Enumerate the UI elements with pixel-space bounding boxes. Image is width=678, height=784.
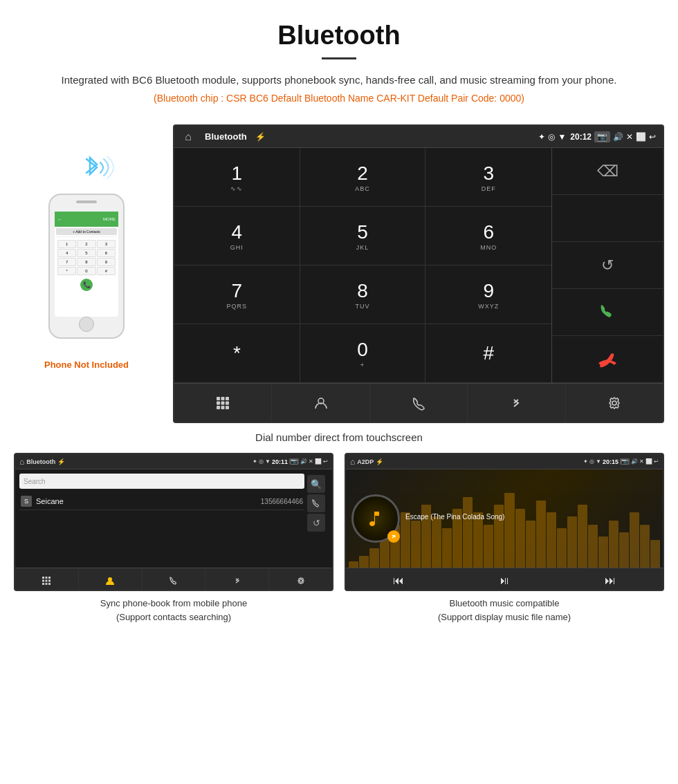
close-icon[interactable]: ✕ <box>626 132 633 142</box>
dial-key-alpha: GHI <box>230 244 244 251</box>
dial-key-0[interactable]: 0+ <box>300 324 426 383</box>
svg-rect-8 <box>226 406 229 409</box>
status-right: ✦ ◎ ▼ 20:12 📷 🔊 ✕ ⬜ ↩ <box>538 131 656 142</box>
backspace-button[interactable]: ⌫ <box>552 148 663 195</box>
empty-action-1 <box>552 195 663 242</box>
pb-time: 20:11 <box>272 458 288 465</box>
music-sig-icon: ▼ <box>596 458 601 465</box>
phonebook-screen: ⌂ Bluetooth ⚡ ✦ ◎ ▼ 20:11 📷 🔊 ✕ ⬜ ↩ <box>14 453 333 591</box>
music-close[interactable]: ✕ <box>639 458 644 465</box>
call-button[interactable] <box>552 289 663 336</box>
dial-key-#[interactable]: # <box>425 324 551 383</box>
svg-rect-19 <box>48 583 51 585</box>
usb-icon: ⚡ <box>255 132 266 142</box>
call-side-icon[interactable] <box>307 494 325 512</box>
phonebook-sidebar: 🔍 ↺ <box>307 474 328 563</box>
svg-point-10 <box>612 401 616 405</box>
music-content: Escape (The Pina Colada Song) <box>346 469 663 568</box>
svg-rect-14 <box>42 579 44 581</box>
contact-number: 13566664466 <box>261 498 303 505</box>
contact-name: Seicane <box>36 497 261 505</box>
dial-key-num: 0 <box>357 339 368 361</box>
nav-call-log[interactable] <box>370 384 468 422</box>
screen-icon[interactable]: ⬜ <box>636 132 646 142</box>
pb-close[interactable]: ✕ <box>309 458 313 465</box>
dial-key-8[interactable]: 8TUV <box>300 265 426 324</box>
prev-track-button[interactable]: ⏮ <box>393 575 404 587</box>
music-caption: Bluetooth music compatible (Support disp… <box>345 597 664 624</box>
phonebook-main: Search S Seicane 13566664466 <box>19 474 304 563</box>
nav-settings[interactable] <box>566 384 663 422</box>
dial-key-num: 8 <box>357 280 368 302</box>
bluetooth-waves <box>66 152 107 187</box>
pb-sig-icon: ▼ <box>265 458 271 465</box>
car-status-bar: ⌂ Bluetooth ⚡ ✦ ◎ ▼ 20:12 📷 🔊 ✕ ⬜ ↩ <box>174 126 663 148</box>
contact-avatar: S <box>21 496 32 507</box>
end-call-button[interactable] <box>552 336 663 383</box>
nav-contacts[interactable] <box>272 384 369 422</box>
dial-key-alpha: MNO <box>480 244 497 251</box>
nav-dialpad[interactable] <box>174 384 272 422</box>
bt-icon: ✦ <box>538 132 545 142</box>
dial-caption: Dial number direct from touchscreen <box>0 431 678 443</box>
dial-key-7[interactable]: 7PQRS <box>174 265 300 324</box>
play-pause-button[interactable]: ⏯ <box>499 575 510 587</box>
pb-win[interactable]: ⬜ <box>315 458 322 465</box>
dial-key-5[interactable]: 5JKL <box>300 207 426 265</box>
music-back[interactable]: ↩ <box>654 458 659 465</box>
nav-bluetooth[interactable] <box>468 384 565 422</box>
music-home-icon[interactable]: ⌂ <box>350 457 355 467</box>
pb-nav-call[interactable] <box>143 568 206 591</box>
bottom-screens: ⌂ Bluetooth ⚡ ✦ ◎ ▼ 20:11 📷 🔊 ✕ ⬜ ↩ <box>0 453 678 624</box>
music-screen: ⌂ A2DP ⚡ ✦ ◎ ▼ 20:15 📷 🔊 ✕ ⬜ ↩ <box>345 453 664 591</box>
dial-key-4[interactable]: 4GHI <box>174 207 300 265</box>
pb-nav-dialpad[interactable] <box>15 568 79 591</box>
car-dial-screen: ⌂ Bluetooth ⚡ ✦ ◎ ▼ 20:12 📷 🔊 ✕ ⬜ ↩ 1∿∿2… <box>173 124 664 423</box>
svg-rect-0 <box>217 397 220 400</box>
pb-nav-settings[interactable] <box>269 568 332 591</box>
dial-key-alpha: ABC <box>355 185 370 192</box>
title-divider <box>322 57 356 59</box>
dial-key-num: # <box>483 342 494 364</box>
svg-rect-6 <box>217 406 220 409</box>
svg-rect-16 <box>48 579 51 581</box>
dial-key-2[interactable]: 2ABC <box>300 148 426 207</box>
pb-back[interactable]: ↩ <box>323 458 328 465</box>
music-time: 20:15 <box>603 458 619 465</box>
svg-rect-11 <box>42 577 44 579</box>
backspace-icon: ⌫ <box>597 162 619 180</box>
pb-nav-contacts[interactable] <box>79 568 143 591</box>
next-track-button[interactable]: ⏭ <box>605 575 616 587</box>
music-screen-wrap: ⌂ A2DP ⚡ ✦ ◎ ▼ 20:15 📷 🔊 ✕ ⬜ ↩ <box>345 453 664 624</box>
music-note-icon <box>365 507 387 530</box>
pb-bottom-nav <box>15 568 332 591</box>
search-bar[interactable]: Search <box>19 474 304 489</box>
refresh-button[interactable]: ↺ <box>552 242 663 289</box>
dial-key-1[interactable]: 1∿∿ <box>174 148 300 207</box>
refresh-side-icon[interactable]: ↺ <box>307 514 325 532</box>
back-icon[interactable]: ↩ <box>649 132 656 142</box>
call-icon <box>597 302 618 323</box>
search-icon[interactable]: 🔍 <box>307 475 325 493</box>
pb-home-icon[interactable]: ⌂ <box>19 457 24 467</box>
dial-key-6[interactable]: 6MNO <box>425 207 551 265</box>
vis-bar <box>650 540 660 568</box>
camera-icon: 📷 <box>594 131 610 142</box>
dial-key-num: 7 <box>232 280 243 302</box>
refresh-icon: ↺ <box>601 256 614 274</box>
dial-key-*[interactable]: * <box>174 324 300 383</box>
pb-nav-bt[interactable] <box>205 568 269 591</box>
music-win[interactable]: ⬜ <box>645 458 652 465</box>
page-description: Integrated with BC6 Bluetooth module, su… <box>42 72 636 88</box>
home-icon[interactable]: ⌂ <box>181 130 195 144</box>
music-usb-icon: ⚡ <box>376 458 383 465</box>
music-loc-icon: ◎ <box>589 458 594 465</box>
dial-key-num: * <box>233 342 241 364</box>
dialpad-grid: 1∿∿2ABC3DEF4GHI5JKL6MNO7PQRS8TUV9WXYZ*0+… <box>174 148 552 383</box>
music-vol: 🔊 <box>631 458 638 465</box>
vis-bar <box>557 528 567 568</box>
time-display: 20:12 <box>570 132 592 142</box>
dial-key-9[interactable]: 9WXYZ <box>425 265 551 324</box>
dial-key-3[interactable]: 3DEF <box>425 148 551 207</box>
svg-rect-18 <box>46 583 48 585</box>
